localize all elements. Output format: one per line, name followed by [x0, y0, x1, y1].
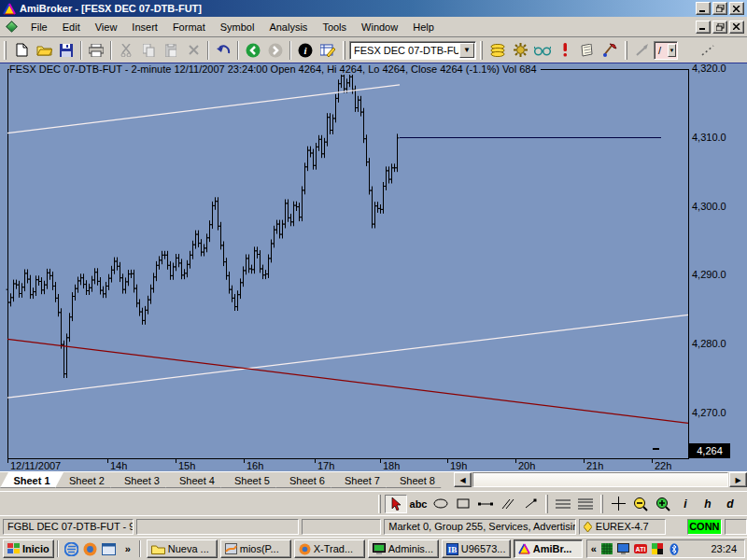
x-tick-label: 17h — [317, 460, 334, 471]
quote-editor-button[interactable] — [317, 40, 339, 61]
tab-sheet-2[interactable]: Sheet 2 — [55, 472, 119, 488]
chart-scrollbar-track[interactable] — [472, 472, 728, 487]
crosshair-button[interactable] — [607, 495, 629, 513]
task-amibroker[interactable]: AmiBr... — [514, 539, 583, 558]
menu-window[interactable]: Window — [354, 19, 405, 35]
menu-insert[interactable]: Insert — [124, 19, 165, 35]
tab-sheet-8[interactable]: Sheet 8 — [386, 472, 449, 488]
print-button[interactable] — [85, 40, 107, 61]
y-tick-label: 4,280.0 — [692, 338, 726, 349]
text-tool-button[interactable]: abc — [407, 495, 430, 513]
ellipse-tool-button[interactable] — [430, 495, 452, 513]
symbol-combobox[interactable]: FESX DEC 07-DTB-FUT ▼ — [349, 41, 476, 60]
tab-sheet-6[interactable]: Sheet 6 — [275, 472, 339, 488]
new-file-button[interactable] — [10, 40, 33, 61]
segment-tool-button[interactable] — [474, 495, 497, 513]
menu-analysis[interactable]: Analysis — [261, 19, 315, 35]
menu-help[interactable]: Help — [405, 19, 442, 35]
quicklaunch-overflow-chevron[interactable]: » — [120, 540, 136, 557]
notes-button[interactable] — [576, 40, 599, 61]
toolbar-grip[interactable] — [4, 41, 7, 60]
tab-scroll-right-button[interactable]: ▶ — [729, 472, 747, 487]
line-style-combobox[interactable]: / ▼ — [654, 41, 678, 60]
copy-button[interactable] — [137, 40, 160, 61]
task-ib[interactable]: IB U96573... — [442, 539, 511, 558]
save-button[interactable] — [55, 40, 78, 61]
single-pane-layout-button[interactable] — [552, 495, 574, 513]
tray-bluetooth-icon[interactable] — [668, 542, 681, 555]
database-button[interactable] — [486, 40, 509, 61]
parallel-lines-tool-button[interactable] — [497, 495, 519, 513]
title-bar: AmiBroker - [FESX DEC 07-DTB-FUT] — [0, 0, 747, 17]
tab-sheet-3[interactable]: Sheet 3 — [110, 472, 174, 488]
taskbar: Inicio » Nueva ... mios(P... X-Trad... A… — [0, 537, 747, 560]
undo-button[interactable] — [212, 40, 234, 61]
forward-button[interactable] — [264, 40, 287, 61]
window-quicklaunch-icon[interactable] — [101, 540, 118, 557]
rectangle-tool-button[interactable] — [452, 495, 474, 513]
chart-window-icon[interactable] — [6, 21, 18, 33]
x-tick-label: 18h — [383, 460, 400, 471]
tab-scroll-left-button[interactable]: ◀ — [454, 472, 472, 487]
close-button[interactable] — [729, 2, 744, 15]
afl-editor-button[interactable] — [599, 40, 621, 61]
firefox-quicklaunch-icon[interactable] — [82, 540, 99, 557]
svg-text:IB: IB — [447, 545, 457, 554]
symbol-combobox-dropdown-icon[interactable]: ▼ — [459, 43, 474, 58]
select-pointer-button[interactable] — [385, 495, 407, 513]
cut-button[interactable] — [115, 40, 137, 61]
task-xtrad[interactable]: X-Trad... — [294, 539, 365, 558]
price-chart[interactable] — [0, 63, 747, 471]
menu-tools[interactable]: Tools — [315, 19, 354, 35]
delete-button[interactable] — [182, 40, 204, 61]
tab-sheet-1[interactable]: Sheet 1 — [0, 472, 63, 488]
tab-sheet-4[interactable]: Sheet 4 — [165, 472, 229, 488]
open-file-button[interactable] — [33, 40, 55, 61]
tray-ati-icon[interactable]: ATI — [634, 542, 647, 555]
task-nueva[interactable]: Nueva ... — [147, 539, 218, 558]
restore-button[interactable] — [712, 2, 727, 15]
paste-button[interactable] — [160, 40, 182, 61]
menu-symbol[interactable]: Symbol — [213, 19, 262, 35]
tab-sheet-5[interactable]: Sheet 5 — [220, 472, 284, 488]
minimize-button[interactable] — [696, 2, 711, 15]
task-adminis[interactable]: Adminis... — [368, 539, 439, 558]
child-restore-button[interactable] — [712, 21, 727, 34]
zoom-in-button[interactable] — [652, 495, 674, 513]
line-style-dropdown-icon[interactable]: ▼ — [668, 44, 676, 57]
explore-glasses-button[interactable] — [531, 40, 554, 61]
alert-button[interactable] — [554, 40, 576, 61]
interval-hourly-button[interactable]: h — [697, 495, 719, 513]
menu-format[interactable]: Format — [165, 19, 213, 35]
arrow-tool-button[interactable] — [631, 40, 654, 61]
tab-sheet-7[interactable]: Sheet 7 — [331, 472, 394, 488]
child-minimize-button[interactable] — [696, 21, 711, 34]
menu-view[interactable]: View — [88, 19, 125, 35]
tray-monitor-icon[interactable] — [617, 542, 630, 555]
start-button[interactable]: Inicio — [3, 539, 54, 558]
tray-grid-icon[interactable] — [600, 542, 613, 555]
tray-quad-icon[interactable] — [651, 542, 664, 555]
menu-file[interactable]: File — [23, 19, 55, 35]
zoom-out-button[interactable] — [629, 495, 652, 513]
task-mios[interactable]: mios(P... — [220, 539, 291, 558]
settings-gear-button[interactable] — [509, 40, 531, 61]
chart-pane[interactable]: FESX DEC 07-DTB-FUT - 2-minute 12/11/200… — [0, 63, 747, 471]
system-tray: « ATI 23:24 — [586, 539, 745, 558]
x-tick-label: 15h — [178, 460, 195, 471]
interval-daily-button[interactable]: d — [719, 495, 741, 513]
y-tick-label: 4,310.0 — [692, 132, 726, 143]
multi-pane-layout-button[interactable] — [574, 495, 597, 513]
chart-title: FESX DEC 07-DTB-FUT - 2-minute 12/11/200… — [9, 63, 541, 75]
child-close-button[interactable] — [729, 21, 744, 34]
folder-icon — [151, 544, 165, 554]
menu-edit[interactable]: Edit — [55, 19, 88, 35]
dotted-line-tool-button[interactable] — [697, 40, 719, 61]
info-button[interactable]: i — [294, 40, 317, 61]
ie-quicklaunch-icon[interactable] — [63, 540, 80, 557]
tray-collapse-chevron[interactable]: « — [591, 543, 597, 554]
back-button[interactable] — [242, 40, 264, 61]
ray-tool-button[interactable] — [519, 495, 542, 513]
amibroker-logo-icon — [3, 3, 16, 15]
interval-intraday-button[interactable]: i — [674, 495, 697, 513]
